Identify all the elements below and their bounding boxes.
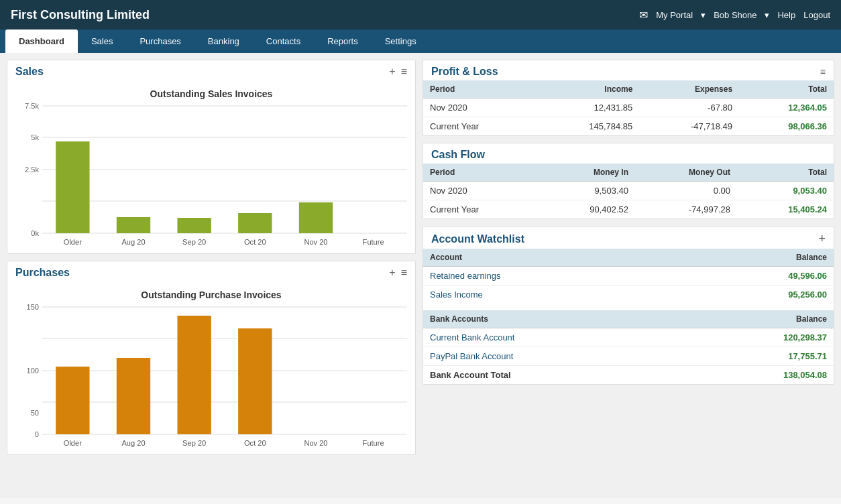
left-column: Sales + ≡ Outstanding Sales Invoices	[7, 60, 416, 491]
svg-text:2.5k: 2.5k	[25, 166, 39, 174]
col-period: Period	[423, 80, 536, 99]
col-income: Income	[536, 80, 639, 99]
pl-expenses-2: -47,718.49	[639, 117, 739, 136]
tab-contacts[interactable]: Contacts	[253, 29, 314, 53]
cash-flow-card: Cash Flow Period Money In Money Out Tota…	[423, 143, 834, 219]
list-item: Sales Income 95,256.00	[423, 286, 834, 304]
purchases-widget-header: Purchases + ≡	[7, 261, 415, 284]
tab-banking[interactable]: Banking	[194, 29, 253, 53]
purchases-chart: 150 100 50 0 Older Aug 20 Sep 20	[42, 307, 407, 434]
mail-icon[interactable]: ✉	[639, 9, 648, 21]
watchlist-account-2[interactable]: Sales Income	[430, 290, 483, 300]
app-title: First Consulting Limited	[11, 8, 150, 22]
watchlist-balance-1: 49,596.06	[677, 267, 834, 286]
bank-account-2[interactable]: PayPal Bank Account	[430, 351, 513, 361]
sales-chart-title: Outstanding Sales Invoices	[15, 88, 407, 99]
sales-title: Sales	[15, 66, 44, 78]
cf-total-1: 9,053.40	[737, 182, 834, 200]
svg-text:Sep 20: Sep 20	[182, 439, 206, 447]
svg-rect-31	[117, 358, 150, 434]
cf-col-money-out: Money Out	[635, 164, 737, 182]
cf-money-out-1: 0.00	[635, 182, 737, 200]
svg-text:Sep 20: Sep 20	[182, 238, 206, 246]
ba-col-balance: Balance	[683, 310, 834, 328]
watchlist-add-button[interactable]: +	[818, 232, 826, 246]
svg-rect-15	[238, 213, 272, 233]
col-expenses: Expenses	[639, 80, 739, 99]
svg-text:Aug 20: Aug 20	[121, 439, 145, 447]
table-row: Current Year 145,784.85 -47,718.49 98,06…	[423, 117, 834, 136]
profit-loss-menu-button[interactable]: ≡	[820, 66, 826, 77]
svg-text:Nov 20: Nov 20	[304, 238, 327, 246]
cf-col-period: Period	[423, 164, 539, 182]
profit-loss-card: Profit & Loss ≡ Period Income Expenses T…	[423, 60, 834, 136]
cf-col-total: Total	[737, 164, 834, 182]
purchases-add-button[interactable]: +	[389, 267, 395, 279]
purchases-chart-area: Outstanding Purchase Invoices 150 100 50	[7, 284, 415, 454]
tab-reports[interactable]: Reports	[314, 29, 372, 53]
sales-widget-header: Sales + ≡	[7, 60, 415, 83]
cf-money-out-2: -74,997.28	[635, 200, 737, 219]
watchlist-card: Account Watchlist + Account Balance Reta…	[423, 226, 834, 385]
svg-text:150: 150	[26, 303, 38, 311]
bank-accounts-table: Bank Accounts Balance Current Bank Accou…	[423, 310, 834, 384]
svg-rect-35	[238, 328, 272, 434]
svg-rect-11	[117, 217, 150, 233]
purchases-menu-button[interactable]: ≡	[401, 267, 407, 279]
svg-rect-9	[56, 141, 89, 233]
watchlist-account-1[interactable]: Retained earnings	[430, 271, 501, 281]
svg-text:100: 100	[26, 367, 38, 375]
profit-loss-header-row: Period Income Expenses Total	[423, 80, 834, 99]
help-link[interactable]: Help	[777, 10, 795, 20]
cf-period-2: Current Year	[423, 200, 539, 219]
purchases-actions: + ≡	[389, 267, 407, 279]
my-portal-link[interactable]: My Portal	[656, 10, 693, 20]
watchlist-table: Account Balance Retained earnings 49,596…	[423, 249, 834, 304]
svg-text:Aug 20: Aug 20	[121, 238, 145, 246]
ba-col-account: Bank Accounts	[423, 310, 683, 328]
bank-accounts-header-row: Bank Accounts Balance	[423, 310, 834, 328]
wl-col-balance: Balance	[677, 249, 834, 267]
pl-expenses-1: -67.80	[639, 99, 739, 117]
pl-period-2: Current Year	[423, 117, 536, 136]
bank-balance-1: 120,298.37	[683, 328, 834, 347]
logout-link[interactable]: Logout	[803, 10, 830, 20]
tab-dashboard[interactable]: Dashboard	[5, 29, 78, 53]
sales-chart-area: Outstanding Sales Invoices 7.5k 5k 2.5k …	[7, 83, 415, 253]
table-row: Nov 2020 12,431.85 -67.80 12,364.05	[423, 99, 834, 117]
user-menu-link[interactable]: Bob Shone	[714, 10, 756, 20]
pl-total-2: 98,066.36	[739, 117, 834, 136]
purchases-widget: Purchases + ≡ Outstanding Purchase Invoi…	[7, 261, 416, 455]
tab-purchases[interactable]: Purchases	[126, 29, 194, 53]
purchases-chart-title: Outstanding Purchase Invoices	[15, 290, 407, 300]
cf-period-1: Nov 2020	[423, 182, 539, 200]
list-item: Retained earnings 49,596.06	[423, 267, 834, 286]
app-header: First Consulting Limited ✉ My Portal ▾ B…	[0, 0, 841, 29]
svg-text:0: 0	[35, 430, 39, 438]
svg-text:7.5k: 7.5k	[25, 102, 39, 110]
bank-account-1[interactable]: Current Bank Account	[430, 332, 514, 342]
tab-settings[interactable]: Settings	[372, 29, 430, 53]
main-nav: Dashboard Sales Purchases Banking Contac…	[0, 29, 841, 53]
cf-money-in-2: 90,402.52	[539, 200, 635, 219]
svg-text:Future: Future	[363, 238, 384, 246]
list-item: PayPal Bank Account 17,755.71	[423, 347, 834, 366]
bank-balance-2: 17,755.71	[683, 347, 834, 366]
svg-text:Future: Future	[363, 439, 384, 447]
header-right: ✉ My Portal ▾ Bob Shone ▾ Help Logout	[639, 9, 830, 21]
cf-money-in-1: 9,503.40	[539, 182, 635, 200]
cf-col-money-in: Money In	[539, 164, 635, 182]
svg-rect-13	[177, 218, 211, 233]
purchases-title: Purchases	[15, 267, 70, 279]
tab-sales[interactable]: Sales	[78, 29, 127, 53]
list-item: Current Bank Account 120,298.37	[423, 328, 834, 347]
cash-flow-table: Period Money In Money Out Total Nov 2020…	[423, 164, 834, 218]
sales-add-button[interactable]: +	[389, 66, 395, 78]
svg-rect-33	[177, 316, 211, 434]
cash-flow-title: Cash Flow	[431, 149, 485, 160]
sales-menu-button[interactable]: ≡	[401, 66, 407, 78]
wl-col-account: Account	[423, 249, 677, 267]
svg-rect-29	[56, 367, 89, 434]
col-total: Total	[739, 80, 834, 99]
watchlist-balance-2: 95,256.00	[677, 286, 834, 304]
